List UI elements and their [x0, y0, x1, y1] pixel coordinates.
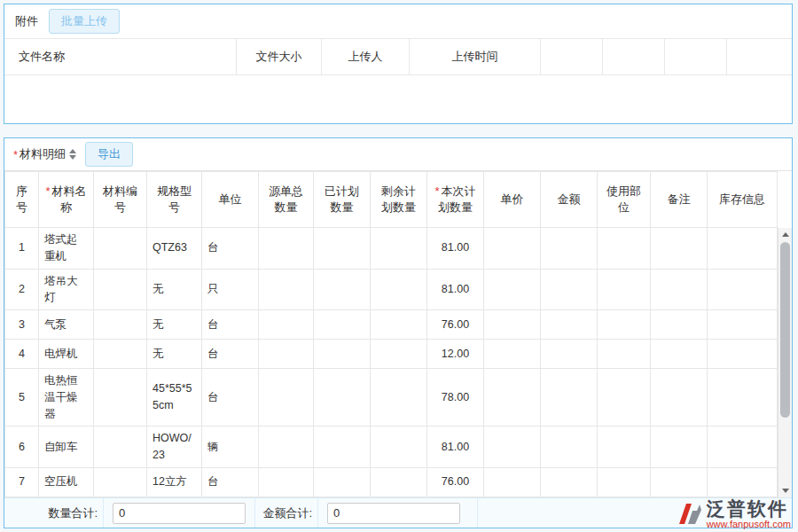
- cell-location[interactable]: [598, 310, 651, 340]
- cell-remaining_qty[interactable]: [371, 467, 427, 497]
- cell-unit[interactable]: 台: [202, 228, 259, 270]
- cell-code[interactable]: [94, 340, 147, 369]
- cell-location[interactable]: [598, 340, 651, 369]
- cell-no[interactable]: 6: [5, 426, 39, 468]
- cell-location[interactable]: [598, 467, 651, 497]
- cell-planned_qty[interactable]: [314, 228, 371, 270]
- cell-unit[interactable]: 台: [202, 467, 259, 497]
- cell-name[interactable]: 塔吊大灯: [39, 269, 94, 310]
- cell-no[interactable]: 5: [5, 369, 39, 426]
- cell-price[interactable]: [484, 340, 541, 369]
- cell-no[interactable]: 2: [5, 269, 39, 310]
- amount-total-input[interactable]: [327, 503, 460, 524]
- export-button[interactable]: 导出: [85, 142, 133, 167]
- cell-source_qty[interactable]: [259, 228, 314, 270]
- cell-remaining_qty[interactable]: [371, 310, 427, 340]
- cell-no[interactable]: 7: [5, 467, 39, 497]
- cell-remark[interactable]: [651, 340, 708, 369]
- sort-icon[interactable]: [69, 149, 76, 160]
- cell-remark[interactable]: [651, 269, 708, 310]
- cell-remark[interactable]: [651, 228, 708, 270]
- cell-code[interactable]: [94, 369, 147, 426]
- cell-name[interactable]: 自卸车: [39, 426, 94, 468]
- cell-amount[interactable]: [541, 426, 598, 468]
- cell-location[interactable]: [598, 426, 651, 468]
- cell-name[interactable]: 电焊机: [39, 340, 94, 369]
- cell-spec[interactable]: HOWO/23: [147, 426, 202, 468]
- cell-plan_qty[interactable]: 78.00: [427, 369, 484, 426]
- cell-plan_qty[interactable]: 81.00: [427, 426, 484, 468]
- scroll-up-arrow-icon[interactable]: [778, 228, 792, 241]
- cell-source_qty[interactable]: [259, 269, 314, 310]
- cell-code[interactable]: [94, 426, 147, 468]
- cell-name[interactable]: 塔式起重机: [39, 228, 94, 270]
- cell-no[interactable]: 1: [5, 228, 39, 270]
- cell-unit[interactable]: 台: [202, 310, 259, 340]
- cell-unit[interactable]: 台: [202, 369, 259, 426]
- cell-stock[interactable]: [708, 369, 778, 426]
- cell-stock[interactable]: [708, 426, 778, 468]
- cell-code[interactable]: [94, 269, 147, 310]
- cell-planned_qty[interactable]: [314, 426, 371, 468]
- cell-source_qty[interactable]: [259, 467, 314, 497]
- cell-source_qty[interactable]: [259, 340, 314, 369]
- cell-price[interactable]: [484, 467, 541, 497]
- cell-remark[interactable]: [651, 369, 708, 426]
- cell-remaining_qty[interactable]: [371, 269, 427, 310]
- material-row[interactable]: 4电焊机无台12.00: [5, 340, 778, 369]
- cell-remark[interactable]: [651, 426, 708, 468]
- cell-stock[interactable]: [708, 467, 778, 497]
- cell-planned_qty[interactable]: [314, 310, 371, 340]
- material-row[interactable]: 7空压机12立方台76.00: [5, 467, 778, 497]
- cell-plan_qty[interactable]: 81.00: [427, 269, 484, 310]
- cell-remark[interactable]: [651, 310, 708, 340]
- cell-planned_qty[interactable]: [314, 269, 371, 310]
- cell-location[interactable]: [598, 369, 651, 426]
- cell-amount[interactable]: [541, 228, 598, 270]
- cell-spec[interactable]: 12立方: [147, 467, 202, 497]
- cell-planned_qty[interactable]: [314, 467, 371, 497]
- qty-total-input[interactable]: [113, 503, 246, 524]
- cell-location[interactable]: [598, 228, 651, 270]
- cell-spec[interactable]: 无: [147, 310, 202, 340]
- cell-remaining_qty[interactable]: [371, 340, 427, 369]
- cell-amount[interactable]: [541, 269, 598, 310]
- cell-remaining_qty[interactable]: [371, 228, 427, 270]
- cell-source_qty[interactable]: [259, 310, 314, 340]
- cell-amount[interactable]: [541, 340, 598, 369]
- batch-upload-button[interactable]: 批量上传: [49, 9, 120, 34]
- cell-location[interactable]: [598, 269, 651, 310]
- scroll-down-arrow-icon[interactable]: [778, 484, 792, 497]
- cell-amount[interactable]: [541, 467, 598, 497]
- cell-stock[interactable]: [708, 310, 778, 340]
- cell-unit[interactable]: 台: [202, 340, 259, 369]
- material-row[interactable]: 6自卸车HOWO/23辆81.00: [5, 426, 778, 468]
- cell-price[interactable]: [484, 369, 541, 426]
- scrollbar-thumb[interactable]: [780, 242, 790, 418]
- cell-name[interactable]: 空压机: [39, 467, 94, 497]
- cell-unit[interactable]: 辆: [202, 426, 259, 468]
- cell-no[interactable]: 3: [5, 310, 39, 340]
- cell-name[interactable]: 电热恒温干燥器: [39, 369, 94, 426]
- cell-remark[interactable]: [651, 467, 708, 497]
- cell-amount[interactable]: [541, 310, 598, 340]
- cell-stock[interactable]: [708, 269, 778, 310]
- cell-remaining_qty[interactable]: [371, 369, 427, 426]
- cell-no[interactable]: 4: [5, 340, 39, 369]
- material-row[interactable]: 5电热恒温干燥器45*55*55cm台78.00: [5, 369, 778, 426]
- cell-plan_qty[interactable]: 76.00: [427, 310, 484, 340]
- cell-name[interactable]: 气泵: [39, 310, 94, 340]
- cell-plan_qty[interactable]: 81.00: [427, 228, 484, 270]
- material-row[interactable]: 2塔吊大灯无只81.00: [5, 269, 778, 310]
- cell-planned_qty[interactable]: [314, 369, 371, 426]
- material-row[interactable]: 3气泵无台76.00: [5, 310, 778, 340]
- cell-price[interactable]: [484, 310, 541, 340]
- cell-price[interactable]: [484, 228, 541, 270]
- cell-price[interactable]: [484, 426, 541, 468]
- cell-spec[interactable]: QTZ63: [147, 228, 202, 270]
- cell-stock[interactable]: [708, 340, 778, 369]
- cell-spec[interactable]: 45*55*55cm: [147, 369, 202, 426]
- cell-spec[interactable]: 无: [147, 269, 202, 310]
- cell-plan_qty[interactable]: 76.00: [427, 467, 484, 497]
- cell-remaining_qty[interactable]: [371, 426, 427, 468]
